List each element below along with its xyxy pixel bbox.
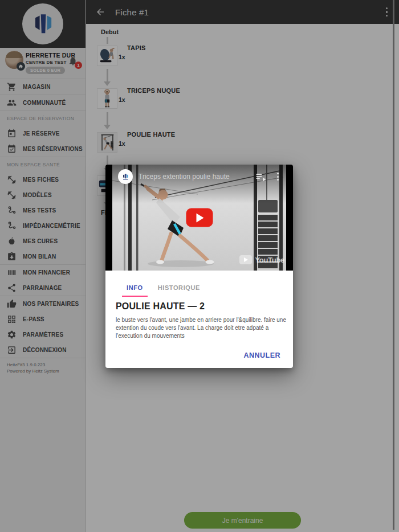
video-kebab-icon[interactable] <box>275 171 280 182</box>
dialog-body: INFO HISTORIQUE POULIE HAUTE — 2 le bust… <box>105 271 293 368</box>
playlist-icon[interactable] <box>255 171 267 183</box>
video-header: Triceps extention poulie haute <box>112 165 286 189</box>
tab-historique[interactable]: HISTORIQUE <box>153 284 205 297</box>
play-icon <box>197 213 204 222</box>
youtube-label: YouTube <box>255 256 284 264</box>
dialog-title: POULIE HAUTE — 2 <box>116 301 205 312</box>
exercise-dialog: Triceps extention poulie haute YouTube I… <box>105 165 293 368</box>
youtube-watermark: YouTube <box>239 255 284 264</box>
dialog-tabs: INFO HISTORIQUE <box>122 284 205 297</box>
dialog-description: le buste vers l'avant, une jambe en arri… <box>116 316 288 340</box>
video-player[interactable]: Triceps extention poulie haute YouTube <box>105 165 293 271</box>
cancel-button[interactable]: ANNULER <box>240 351 284 360</box>
play-button[interactable] <box>186 208 213 227</box>
channel-logo-icon[interactable] <box>118 169 133 184</box>
video-title[interactable]: Triceps extention poulie haute <box>139 173 255 181</box>
tab-info[interactable]: INFO <box>122 284 148 297</box>
heitzfit-app: PIERRETTE DUR CENTRE DE TEST SOLDE 0 EUR… <box>0 0 399 532</box>
youtube-icon <box>239 255 252 264</box>
